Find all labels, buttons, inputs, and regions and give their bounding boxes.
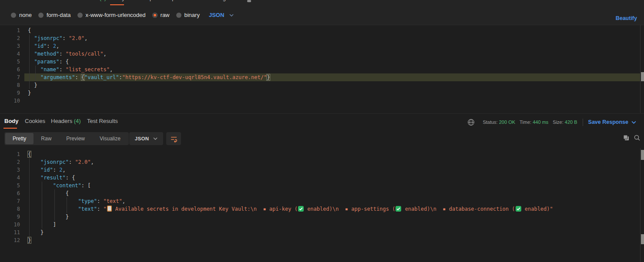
view-tab-visualize[interactable]: Visualize [92,133,128,144]
beautify-button[interactable]: Beautify [616,15,637,21]
code-line-2: 2 "jsonrpc": "2.0", [0,158,644,166]
radio-circle[interactable] [38,13,44,18]
code-text[interactable]: } [28,90,31,96]
search-icon[interactable] [634,134,641,141]
tab-settings[interactable]: Settings [209,0,228,1]
code-text: { [28,190,69,196]
code-line-6[interactable]: 6 "name": "list_secrets", [0,66,644,73]
request-tabbar-clipped: Params Authorization Headers (9) Body Pr… [0,0,644,5]
code-line-4: 4 "result": { [0,174,644,182]
line-number: 6 [0,66,24,73]
radio-circle-selected[interactable] [152,13,158,18]
code-line-9[interactable]: 9} [0,89,644,97]
code-text: "content": [ [28,182,91,189]
response-meta: Status: 200 OK Time: 440 ms Size: 420 B … [467,114,636,130]
response-tab-headers[interactable]: Headers (4) [51,118,81,124]
check-mark-emoji [298,206,304,212]
copy-icon[interactable] [623,134,630,141]
tab-body[interactable]: Body [112,0,125,1]
code-line-5[interactable]: 5 "params": { [0,58,644,66]
line-number: 10 [0,221,24,229]
code-text: "result": { [28,175,75,181]
code-line-7: 7 "type": "text", [0,197,644,205]
code-line-2[interactable]: 2 "jsonrpc": "2.0", [0,34,644,42]
wrap-text-icon [170,135,178,143]
editor-overview-ruler[interactable] [640,25,644,113]
line-number: 6 [0,189,24,197]
line-number: 4 [0,50,24,58]
line-number: 8 [0,205,24,213]
tab-headers[interactable]: Headers (9) [77,0,106,1]
view-tab-raw[interactable]: Raw [34,133,59,144]
chevron-down-icon [229,14,234,17]
line-number: 5 [0,58,24,66]
language-dropdown[interactable]: JSON [209,12,234,18]
line-number: 12 [0,236,24,244]
radio-circle[interactable] [11,13,16,18]
code-text[interactable]: "arguments": {"vault_url":"https://kv-ct… [28,74,270,80]
code-line-10[interactable]: 10 [0,97,644,105]
status-badge: Status: 200 OK [483,119,515,125]
viewer-scrollbar[interactable] [640,148,644,262]
save-response-button[interactable]: Save Response [588,119,636,125]
code-line-7[interactable]: 7 "arguments": {"vault_url":"https://kv-… [0,73,644,81]
code-text: "jsonrpc": "2.0", [28,159,94,165]
line-number: 10 [0,97,24,105]
line-number: 7 [0,197,24,205]
response-tab-cookies[interactable]: Cookies [25,118,45,124]
code-line-11: 11 } [0,229,644,236]
radio-circle[interactable] [176,13,181,18]
code-line-5: 5 "content": [ [0,182,644,189]
view-tab-preview[interactable]: Preview [59,133,92,144]
radio-x-www-form-urlencoded[interactable]: x-www-form-urlencoded [77,12,146,18]
radio-circle[interactable] [77,13,83,18]
network-globe-icon[interactable] [467,119,475,126]
code-text[interactable]: "params": { [28,59,69,65]
code-text: "text": " Available secrets in developme… [28,206,553,212]
code-text[interactable]: "name": "list_secrets", [28,66,113,73]
tab-pre-request-script[interactable]: Pre-request Script [133,0,177,1]
clipboard-emoji [107,206,112,212]
line-number: 8 [0,81,24,89]
body-type-bar: none form-data x-www-form-urlencoded raw… [0,5,644,25]
tab-params[interactable]: Params [11,0,30,1]
tab-authorization[interactable]: Authorization [40,0,72,1]
line-number: 9 [0,213,24,221]
radio-form-data[interactable]: form-data [38,12,71,18]
code-text[interactable]: "jsonrpc": "2.0", [28,35,87,41]
radio-binary[interactable]: binary [176,12,200,18]
line-number: 5 [0,182,24,189]
line-number: 7 [0,73,24,81]
code-text[interactable]: "method": "tools/call", [28,51,107,57]
indent-guide [35,66,36,81]
indent-guide [42,182,42,229]
code-text: } [28,237,31,243]
active-tab-underline [3,128,17,129]
radio-raw[interactable]: raw [152,12,170,18]
code-text[interactable]: "id": 2, [28,43,59,49]
code-line-3[interactable]: 3 "id": 2, [0,42,644,50]
view-tab-pretty[interactable]: Pretty [5,133,34,144]
code-line-4[interactable]: 4 "method": "tools/call", [0,50,644,58]
code-line-3: 3 "id": 2, [0,166,644,174]
request-body-editor[interactable]: 1{2 "jsonrpc": "2.0",3 "id": 2,4 "method… [0,25,644,113]
radio-none[interactable]: none [11,12,32,18]
code-text: } [28,214,69,220]
view-tabs: Pretty Raw Preview Visualize [4,132,129,145]
wrap-lines-button[interactable] [166,132,181,145]
response-body-viewer: 1{2 "jsonrpc": "2.0",3 "id": 2,4 "result… [0,148,644,262]
code-line-8[interactable]: 8 } [0,81,644,89]
chevron-down-icon [631,121,636,124]
response-tab-body[interactable]: Body [4,118,19,124]
code-line-9: 9 } [0,213,644,221]
code-line-1[interactable]: 1{ [0,27,644,34]
format-dropdown[interactable]: JSON [129,132,163,145]
indent-guide [29,34,30,89]
line-number: 3 [0,166,24,174]
code-text[interactable]: { [28,27,31,33]
response-tab-test-results[interactable]: Test Results [87,118,118,124]
indent-guide [54,189,55,221]
size-badge: Size: 420 B [553,119,577,125]
tab-tests[interactable]: Tests [187,0,200,1]
overview-mark [641,150,644,160]
